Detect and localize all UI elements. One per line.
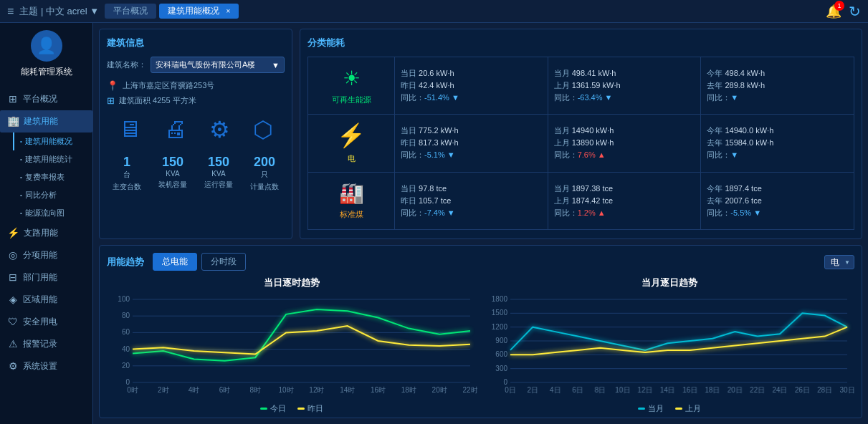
sidebar-sub-energy-flow[interactable]: 能源流向图 bbox=[13, 204, 92, 222]
hamburger-icon[interactable]: ≡ bbox=[7, 5, 14, 18]
sidebar-sub-yoy[interactable]: 同比分析 bbox=[13, 186, 92, 204]
chart-daily-hourly: 当日逐时趋势 今日 昨日 bbox=[107, 276, 477, 404]
classification-energy-panel: 分类能耗 ☀ 可再生能源 当日 20.6 kW·h 昨日 42.4 kW·h 同… bbox=[300, 29, 862, 239]
electric-icon: ⚡ bbox=[337, 122, 366, 149]
close-tab-icon[interactable]: × bbox=[226, 7, 231, 15]
tab-building-energy[interactable]: 建筑用能概况 × bbox=[159, 4, 239, 19]
equipment-icons: 🖥 🖨 ⚙ ⬡ bbox=[107, 116, 285, 143]
avatar: 👤 bbox=[31, 30, 62, 62]
legend-dot-yesterday bbox=[297, 408, 305, 410]
sidebar-sub-rate-report[interactable]: 复费率报表 bbox=[13, 168, 92, 186]
electric-month-cell: 当月 14940 kW·h 上月 13890 kW·h 同比：7.6% bbox=[548, 115, 701, 171]
sidebar-item-area-label: 区域用能 bbox=[23, 294, 57, 306]
building-name-label: 建筑名称： bbox=[107, 59, 146, 70]
btn-total-energy[interactable]: 总电能 bbox=[153, 253, 197, 271]
sidebar-item-safety[interactable]: 🛡 安全用电 bbox=[0, 311, 92, 333]
legend-yesterday: 昨日 bbox=[297, 403, 323, 414]
area-icon: ◈ bbox=[7, 294, 19, 305]
renewable-year-cell: 今年 498.4 kW·h 去年 289.8 kW·h 同比： bbox=[701, 57, 854, 114]
sidebar-item-subitems[interactable]: ◎ 分项用能 bbox=[0, 244, 92, 266]
stat-meter-count: 200 只 计量点数 bbox=[244, 155, 285, 192]
renewable-year-compare bbox=[730, 93, 738, 102]
sidebar: 👤 能耗管理系统 ⊞ 平台概况 🏢 建筑用能 建筑用能概况 建筑用能统计 复费率… bbox=[0, 23, 93, 424]
stat-running-capacity: 150 KVA 运行容量 bbox=[199, 155, 239, 192]
renewable-day-cell: 当日 20.6 kW·h 昨日 42.4 kW·h 同比：-51.4% bbox=[395, 57, 548, 114]
chart-monthly-daily: 当月逐日趋势 当月 上月 bbox=[485, 276, 855, 404]
legend-last-month: 上月 bbox=[675, 403, 701, 414]
sidebar-item-settings[interactable]: ⚙ 系统设置 bbox=[0, 355, 92, 377]
stat-unit-3: 只 bbox=[244, 170, 285, 180]
main-content: 建筑信息 建筑名称： 安科瑞电气股份有限公司A楼 ▼ 📍 上海市嘉定区育骥路25… bbox=[93, 23, 868, 424]
building-address-row: 📍 上海市嘉定区育骥路253号 bbox=[107, 80, 285, 91]
building-area: 建筑面积 4255 平方米 bbox=[119, 95, 196, 106]
main-layout: 👤 能耗管理系统 ⊞ 平台概况 🏢 建筑用能 建筑用能概况 建筑用能统计 复费率… bbox=[0, 23, 868, 424]
sidebar-item-dept-label: 部门用能 bbox=[23, 271, 57, 284]
legend-label-today: 今日 bbox=[270, 403, 286, 414]
sidebar-item-branch-label: 支路用能 bbox=[24, 227, 58, 239]
bell-button[interactable]: 🔔 1 bbox=[826, 4, 841, 19]
chart1-legend: 今日 昨日 bbox=[107, 403, 477, 414]
building-section-title: 建筑信息 bbox=[107, 37, 285, 49]
legend-label-thismonth: 当月 bbox=[648, 403, 664, 414]
stat-label-3: 计量点数 bbox=[244, 182, 285, 192]
coal-year-cell: 今年 1897.4 tce 去年 2007.6 tce 同比：-5.5% bbox=[701, 173, 854, 229]
coal-month-cell: 当月 1897.38 tce 上月 1874.42 tce 同比：1.2% bbox=[548, 173, 701, 229]
building-dropdown[interactable]: 安科瑞电气股份有限公司A楼 ▼ bbox=[151, 57, 285, 73]
bell-badge: 1 bbox=[834, 1, 844, 11]
renewable-icon: ☀ bbox=[343, 67, 361, 90]
sidebar-item-settings-label: 系统设置 bbox=[23, 360, 57, 372]
sidebar-sub-building-overview[interactable]: 建筑用能概况 bbox=[13, 132, 92, 150]
stat-label-0: 主变台数 bbox=[107, 182, 147, 192]
sidebar-item-dept[interactable]: ⊟ 部门用能 bbox=[0, 266, 92, 289]
area-info-icon: ⊞ bbox=[107, 95, 115, 106]
sidebar-item-area[interactable]: ◈ 区域用能 bbox=[0, 289, 92, 311]
safety-icon: 🛡 bbox=[7, 316, 19, 327]
stat-unit-0: 台 bbox=[107, 170, 147, 180]
energy-type-select[interactable]: 电 水 气 bbox=[824, 255, 854, 269]
settings-icon: ⚙ bbox=[7, 360, 19, 372]
electric-year-cell: 今年 14940.0 kW·h 去年 15984.0 kW·h 同比： bbox=[701, 115, 854, 171]
electric-day-cell: 当日 775.2 kW·h 昨日 817.3 kW·h 同比：-5.1% bbox=[395, 115, 548, 171]
sidebar-item-alarm[interactable]: ⚠ 报警记录 bbox=[0, 333, 92, 355]
building-stats: 1 台 主变台数 150 KVA 装机容量 150 KVA 运行容量 bbox=[107, 155, 285, 192]
stat-value-2: 150 bbox=[199, 155, 239, 170]
coal-day-cell: 当日 97.8 tce 昨日 105.7 tce 同比：-7.4% bbox=[395, 173, 548, 229]
electric-label: 电 bbox=[348, 153, 356, 164]
sidebar-item-subitems-label: 分项用能 bbox=[23, 249, 57, 261]
trend-filter: 电 水 气 bbox=[824, 255, 854, 269]
sidebar-item-safety-label: 安全用电 bbox=[23, 316, 57, 328]
sidebar-item-platform[interactable]: ⊞ 平台概况 bbox=[0, 88, 92, 110]
renewable-month-cell: 当月 498.41 kW·h 上月 1361.59 kW·h 同比：-63.4% bbox=[548, 57, 701, 114]
dept-icon: ⊟ bbox=[7, 271, 19, 283]
stat-transformer-count: 1 台 主变台数 bbox=[107, 155, 147, 192]
renewable-day-compare: -51.4% bbox=[424, 93, 459, 102]
building-area-row: ⊞ 建筑面积 4255 平方米 bbox=[107, 95, 285, 106]
sidebar-item-branch[interactable]: ⚡ 支路用能 bbox=[0, 222, 92, 244]
legend-dot-lastmonth bbox=[675, 408, 682, 410]
address-icon: 📍 bbox=[107, 80, 118, 91]
chart2-legend: 当月 上月 bbox=[485, 403, 855, 414]
legend-label-lastmonth: 上月 bbox=[685, 403, 701, 414]
energy-type-renewable: ☀ 可再生能源 bbox=[308, 57, 394, 114]
btn-time-period[interactable]: 分时段 bbox=[201, 253, 246, 271]
sidebar-item-building-label: 建筑用能 bbox=[24, 115, 58, 127]
legend-this-month: 当月 bbox=[638, 403, 664, 414]
sidebar-sub-building-stats[interactable]: 建筑用能统计 bbox=[13, 150, 92, 168]
energy-grid: ☀ 可再生能源 当日 20.6 kW·h 昨日 42.4 kW·h 同比：-51… bbox=[307, 57, 854, 230]
charts-container: 当日逐时趋势 今日 昨日 当月逐日趋势 bbox=[107, 276, 854, 404]
legend-label-yesterday: 昨日 bbox=[307, 403, 323, 414]
stat-value-3: 200 bbox=[244, 155, 285, 170]
refresh-icon[interactable]: ↻ bbox=[849, 3, 861, 20]
building-select-row: 建筑名称： 安科瑞电气股份有限公司A楼 ▼ bbox=[107, 57, 285, 73]
sidebar-item-alarm-label: 报警记录 bbox=[23, 338, 57, 350]
stat-value-1: 150 bbox=[153, 155, 193, 170]
dropdown-arrow-icon: ▼ bbox=[272, 61, 280, 69]
meter-icon: 🖨 bbox=[164, 116, 187, 143]
chart2-canvas bbox=[485, 292, 855, 398]
legend-today: 今日 bbox=[260, 403, 286, 414]
stat-value-0: 1 bbox=[107, 155, 147, 170]
tab-platform-overview[interactable]: 平台概况 bbox=[105, 4, 156, 19]
trend-buttons: 总电能 分时段 bbox=[153, 253, 246, 271]
sidebar-item-building[interactable]: 🏢 建筑用能 bbox=[0, 110, 92, 132]
platform-icon: ⊞ bbox=[7, 93, 19, 105]
